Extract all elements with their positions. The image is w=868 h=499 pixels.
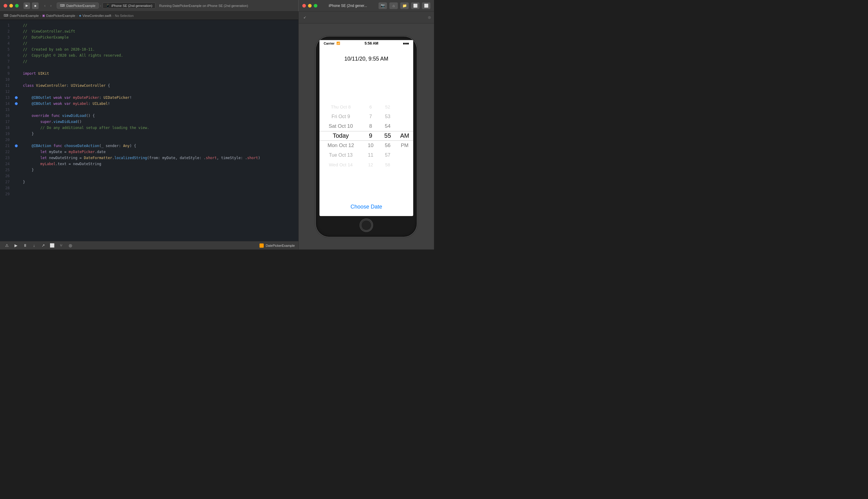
picker-min-0[interactable]: 52	[379, 102, 396, 112]
picker-hour-col[interactable]: 6 7 8 9 10 11 12	[362, 68, 379, 204]
code-editor[interactable]: 12345 678910 1112131415 1617181920 21222…	[0, 20, 298, 241]
gutter-15	[13, 107, 19, 113]
bottom-bar: ⚠ ▶ ⏸ ↓ ↗ ⬜ ⑂ ◎ DatePickerExample	[0, 241, 298, 250]
picker-date-col[interactable]: Thu Oct 8 Fri Oct 9 Sat Oct 10 Today Mon…	[319, 68, 362, 204]
gutter-17	[13, 119, 19, 125]
sim-files-btn[interactable]: 📁	[400, 2, 409, 9]
date-label-display: 10/11/20, 9:55 AM	[344, 56, 388, 62]
bottom-branch-icon[interactable]: ⑂	[58, 242, 64, 249]
bottom-step-icon[interactable]: ↓	[31, 242, 37, 249]
picker-ampm-3[interactable]: AM	[396, 131, 413, 141]
gutter-5	[13, 46, 19, 52]
picker-date-6[interactable]: Wed Oct 14	[319, 160, 362, 170]
picker-hour-6[interactable]: 12	[362, 160, 379, 170]
gutter-29	[13, 191, 19, 197]
bottom-pause-icon[interactable]: ⏸	[22, 242, 28, 249]
sim-zoom-out[interactable]: ↙	[302, 15, 308, 20]
picker-hour-4[interactable]: 10	[362, 141, 379, 150]
picker-hour-0[interactable]: 6	[362, 102, 379, 112]
breadcrumb-bar: ⌨ DatePickerExample › ▣ DatePickerExampl…	[0, 11, 298, 20]
picker-date-5[interactable]: Tue Oct 13	[319, 150, 362, 160]
iphone-app-content: 10/11/20, 9:55 AM Thu Oct 8 Fri Oct 9	[319, 47, 413, 216]
picker-ampm-0[interactable]	[396, 102, 413, 112]
sim-title-bar: iPhone SE (2nd gener... 📷 ⌂ 📁 ⬜ ⬜	[298, 0, 434, 11]
gutter-8	[13, 64, 19, 71]
picker-ampm-4[interactable]: PM	[396, 141, 413, 150]
tab-datepicker[interactable]: ⌨ DatePickerExample	[57, 2, 99, 9]
picker-date-4[interactable]: Mon Oct 12	[319, 141, 362, 150]
picker-min-4[interactable]: 56	[379, 141, 396, 150]
bottom-warn-icon[interactable]: ⚠	[4, 242, 10, 249]
picker-hour-2[interactable]: 8	[362, 121, 379, 131]
picker-ampm-1[interactable]	[396, 112, 413, 121]
picker-ampm-2[interactable]	[396, 121, 413, 131]
breadcrumb-item-2[interactable]: DatePickerExample	[46, 14, 75, 17]
gutter-19	[13, 131, 19, 137]
gutter-11	[13, 83, 19, 88]
gutter-14[interactable]	[13, 101, 19, 107]
simulator-pane: ↙ ◎ Carrier 📶 5:56 AM ■■■	[298, 11, 434, 250]
picker-hour-3[interactable]: 9	[362, 131, 379, 141]
bottom-run-icon[interactable]: ▶	[13, 242, 19, 249]
sim-traffic-lights	[302, 4, 317, 8]
date-picker-drum[interactable]: Thu Oct 8 Fri Oct 9 Sat Oct 10 Today Mon…	[319, 68, 413, 204]
picker-date-0[interactable]: Thu Oct 8	[319, 102, 362, 112]
picker-date-2[interactable]: Sat Oct 10	[319, 121, 362, 131]
iphone-home-button[interactable]	[359, 218, 373, 232]
play-button[interactable]: ▶	[24, 2, 30, 9]
sim-view2-btn[interactable]: ⬜	[422, 2, 430, 9]
choose-date-button[interactable]: Choose Date	[351, 204, 382, 210]
gutter-3	[13, 34, 19, 40]
nav-forward[interactable]: ›	[48, 3, 54, 9]
picker-hour-1[interactable]: 7	[362, 112, 379, 121]
project-icon	[259, 243, 264, 248]
sim-title-text: iPhone SE (2nd gener...	[320, 4, 376, 8]
running-status: Running DatePickerExample on iPhone SE (…	[159, 4, 248, 8]
maximize-button[interactable]	[15, 4, 19, 8]
sim-close[interactable]	[302, 4, 306, 8]
picker-columns: Thu Oct 8 Fri Oct 9 Sat Oct 10 Today Mon…	[319, 68, 413, 204]
gutter-9	[13, 71, 19, 76]
picker-date-3[interactable]: Today	[319, 131, 362, 141]
gutter-6	[13, 52, 19, 59]
sim-maximize[interactable]	[314, 4, 317, 8]
bc-sep-1: ›	[40, 14, 41, 17]
gutter-13[interactable]	[13, 95, 19, 101]
editor-pane: ⌨ DatePickerExample › ▣ DatePickerExampl…	[0, 11, 298, 250]
sim-view1-btn[interactable]: ⬜	[411, 2, 419, 9]
picker-min-5[interactable]: 57	[379, 150, 396, 160]
sim-screenshot-btn[interactable]: 📷	[379, 2, 387, 9]
picker-min-col[interactable]: 52 53 54 55 56 57 58	[379, 68, 396, 204]
sim-display-area: Carrier 📶 5:56 AM ■■■ 10/11/20, 9:55 AM	[313, 24, 420, 250]
gutter-25	[13, 167, 19, 173]
tab-iphone-label: iPhone SE (2nd generation)	[111, 4, 152, 8]
picker-min-2[interactable]: 54	[379, 121, 396, 131]
breadcrumb-item-4: No Selection	[115, 14, 134, 17]
minimize-button[interactable]	[9, 4, 13, 8]
bottom-device-icon[interactable]: ⬜	[49, 242, 56, 249]
picker-hour-5[interactable]: 11	[362, 150, 379, 160]
bottom-step2-icon[interactable]: ↗	[40, 242, 46, 249]
breadcrumb-item-1[interactable]: DatePickerExample	[10, 14, 39, 17]
close-button[interactable]	[4, 4, 7, 8]
stop-button[interactable]: ■	[32, 2, 39, 9]
picker-min-3[interactable]: 55	[379, 131, 396, 141]
picker-date-1[interactable]: Fri Oct 9	[319, 112, 362, 121]
tab-datepicker-label: DatePickerExample	[66, 4, 96, 8]
tab-iphone[interactable]: 📱 iPhone SE (2nd generation)	[102, 2, 156, 9]
picker-min-1[interactable]: 53	[379, 112, 396, 121]
gutter-21[interactable]	[13, 143, 19, 149]
nav-back[interactable]: ‹	[42, 3, 48, 9]
gutter-18	[13, 125, 19, 131]
breadcrumb-item-3[interactable]: ViewController.swift	[83, 14, 111, 17]
sim-home-btn[interactable]: ⌂	[389, 2, 398, 9]
gutter-10	[13, 76, 19, 83]
picker-ampm-6[interactable]	[396, 160, 413, 170]
picker-ampm-col[interactable]: AM PM	[396, 68, 413, 204]
picker-ampm-5[interactable]	[396, 150, 413, 160]
gutter-2	[13, 28, 19, 34]
sim-minimize[interactable]	[308, 4, 311, 8]
carrier-label: Carrier	[324, 41, 334, 45]
bottom-location-icon[interactable]: ◎	[67, 242, 74, 249]
picker-min-6[interactable]: 58	[379, 160, 396, 170]
